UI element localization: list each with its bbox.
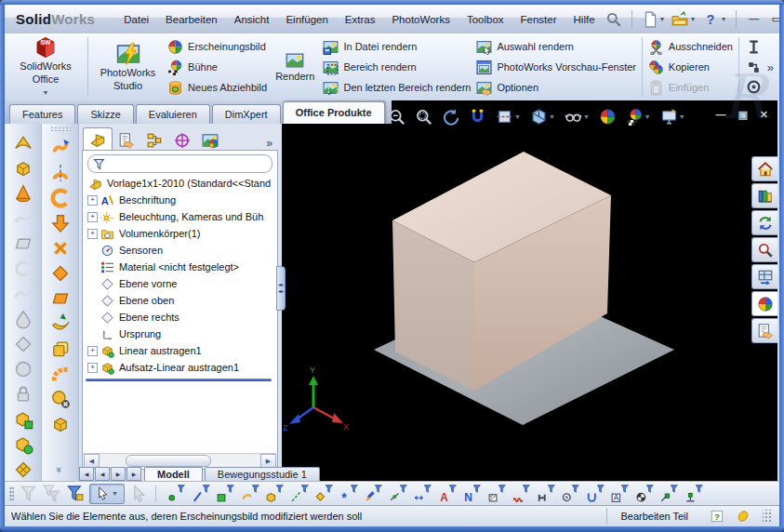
linear-austragen1-expander[interactable]: + <box>87 346 98 356</box>
buehne-button[interactable]: Bühne <box>167 58 267 76</box>
beleuchtung-kameras-row[interactable]: +Beleuchtung, Kameras und Büh <box>83 208 277 225</box>
graphics-viewport[interactable]: Y X Z ▼▼▼▼▼ —▣✕ <box>282 100 777 481</box>
zoom-area-button[interactable] <box>413 107 434 126</box>
tab-modell[interactable]: Modell <box>144 467 203 481</box>
body-tool-2-button[interactable] <box>13 434 33 455</box>
filter-sketches-button[interactable] <box>365 485 382 502</box>
filter-surface-bodies-button[interactable] <box>242 485 259 502</box>
menu-fenster[interactable]: Fenster <box>512 6 565 33</box>
select-tool-button[interactable]: ▼ <box>89 484 125 504</box>
solid-tool-button[interactable] <box>50 414 71 434</box>
revolve-tool-button[interactable] <box>50 163 71 183</box>
ebene-vorne-row[interactable]: Ebene vorne <box>83 275 277 292</box>
solidworks-office-button[interactable]: SW SolidWorks Office ▼ <box>7 33 85 100</box>
dimxpertmanager-tab[interactable] <box>168 130 196 150</box>
feature-tool-10-button[interactable] <box>13 359 33 379</box>
filter-cosmetic-threads-button[interactable] <box>587 485 605 502</box>
file-explorer-tab[interactable] <box>751 210 777 235</box>
menu-toolbox[interactable]: Toolbox <box>458 6 512 33</box>
menu-hilfe[interactable]: Hilfe <box>565 6 604 33</box>
kopieren-button[interactable]: Kopieren <box>648 58 733 76</box>
edit-appearance-button[interactable] <box>597 107 618 126</box>
deform-tool-button[interactable] <box>50 263 71 284</box>
menu-datei[interactable]: Datei <box>115 6 157 33</box>
photoworks-vorschau-fenster-button[interactable]: PhotoWorks Vorschau-Fenster <box>476 58 636 76</box>
structural-member-button[interactable] <box>744 59 764 76</box>
home-tab[interactable] <box>751 156 777 181</box>
cam-wheel-button[interactable] <box>744 78 764 96</box>
command-overflow-button[interactable]: » <box>765 60 779 74</box>
linear-austragen1-row[interactable]: +Linear austragen1 <box>83 342 277 359</box>
face-tool-button[interactable] <box>50 288 71 309</box>
scroll-right-button[interactable]: ▶ <box>260 454 276 468</box>
design-library-tab[interactable] <box>751 183 777 208</box>
auswahl-rendern-button[interactable]: Auswahl rendern <box>476 37 636 56</box>
body-tool-1-button[interactable] <box>13 409 33 430</box>
tab-skizze[interactable]: Skizze <box>77 104 133 124</box>
resize-grip[interactable] <box>763 510 772 523</box>
first-tab-button[interactable]: ◀ <box>79 467 94 481</box>
filter-annotations-button[interactable]: A <box>439 485 457 502</box>
tree-filter-input[interactable] <box>87 154 272 173</box>
view-palette-tab[interactable] <box>751 264 777 289</box>
erscheinungsbild-button[interactable]: Erscheinungsbild <box>167 37 267 56</box>
optionen-button[interactable]: Optionen <box>476 78 636 97</box>
minimize-button[interactable]: — <box>744 11 764 27</box>
tab-bewegungsstudie-1[interactable]: Bewegungsstudie 1 <box>205 467 320 481</box>
freeform-tool-button[interactable] <box>50 313 71 334</box>
filter-edges-button[interactable] <box>193 485 210 502</box>
einfuegen-button[interactable]: Einfügen <box>648 78 733 97</box>
filter-toggle-button[interactable] <box>20 485 37 502</box>
panel-splitter-handle[interactable]: ◂▸◂▸ <box>276 266 286 311</box>
scroll-thumb[interactable] <box>126 455 211 467</box>
filter-weld-beads-button[interactable] <box>512 485 530 502</box>
toolbar-grip[interactable] <box>50 126 71 131</box>
filter-structural-button[interactable] <box>538 485 555 502</box>
view-settings-button[interactable]: ▼ <box>658 107 687 126</box>
filter-dimensions-button[interactable] <box>414 485 432 502</box>
toggle-selection-filters-button[interactable] <box>66 485 84 502</box>
filter-connection-points-button[interactable] <box>685 485 703 502</box>
sweep-tool-button[interactable] <box>50 188 71 208</box>
delete-body-tool-button[interactable] <box>50 389 71 409</box>
quick-tips-icon[interactable]: ? <box>711 510 724 523</box>
apply-scene-button[interactable]: ▼ <box>624 107 653 126</box>
tab-office-produkte[interactable]: Office Produkte <box>283 101 385 124</box>
ebene-rechts-row[interactable]: Ebene rechts <box>83 309 277 326</box>
tab-evaluieren[interactable]: Evaluieren <box>136 104 210 124</box>
rollback-bar[interactable] <box>86 379 272 381</box>
filter-midpoints-button[interactable] <box>390 485 407 502</box>
filter-hatch-button[interactable] <box>488 485 506 502</box>
neues-abziehbild-button[interactable]: Neues Abziehbild <box>167 78 267 97</box>
beleuchtung-kameras-expander[interactable]: + <box>87 212 98 222</box>
beschriftung-expander[interactable]: + <box>87 195 98 206</box>
tab-features[interactable]: Features <box>9 104 75 124</box>
filter-sketch-points-button[interactable]: * <box>340 485 358 502</box>
next-tab-button[interactable]: ▶ <box>111 467 126 481</box>
tag-icon[interactable] <box>737 510 750 523</box>
displaymanager-tab[interactable] <box>196 130 224 150</box>
filter-vertices-button[interactable] <box>167 485 185 502</box>
toolbar-grip[interactable] <box>9 486 14 501</box>
scroll-left-button[interactable]: ◀ <box>84 454 100 468</box>
magnetic-snap-button[interactable] <box>467 107 488 126</box>
panel-tabs-overflow-button[interactable]: » <box>266 137 276 150</box>
aufsatz-linear-austragen1-expander[interactable]: + <box>87 363 98 373</box>
configurationmanager-tab[interactable] <box>140 130 168 150</box>
search-button[interactable] <box>604 10 624 29</box>
filter-notes-button[interactable]: N <box>463 485 481 502</box>
lasso-select-button[interactable] <box>130 485 148 502</box>
clear-all-filters-button[interactable] <box>43 485 60 502</box>
photoworks-studio-button[interactable]: PhotoWorks Studio <box>91 33 165 100</box>
flex-tool-button[interactable] <box>50 238 71 259</box>
filter-route-points-button[interactable] <box>660 485 678 502</box>
feature-tool-4-button[interactable] <box>13 208 33 229</box>
display-style-button[interactable]: ▼ <box>563 107 591 126</box>
menu-ansicht[interactable]: Ansicht <box>226 6 278 33</box>
bereich-rendern-button[interactable]: Bereich rendern <box>323 58 471 76</box>
filter-center-of-mass-button[interactable] <box>636 485 654 502</box>
propertymanager-tab[interactable] <box>113 130 140 150</box>
volumenkoerper-expander[interactable]: + <box>87 229 98 239</box>
filter-blocks-button[interactable]: A <box>611 485 629 502</box>
section-view-button[interactable]: ▼ <box>494 107 523 126</box>
